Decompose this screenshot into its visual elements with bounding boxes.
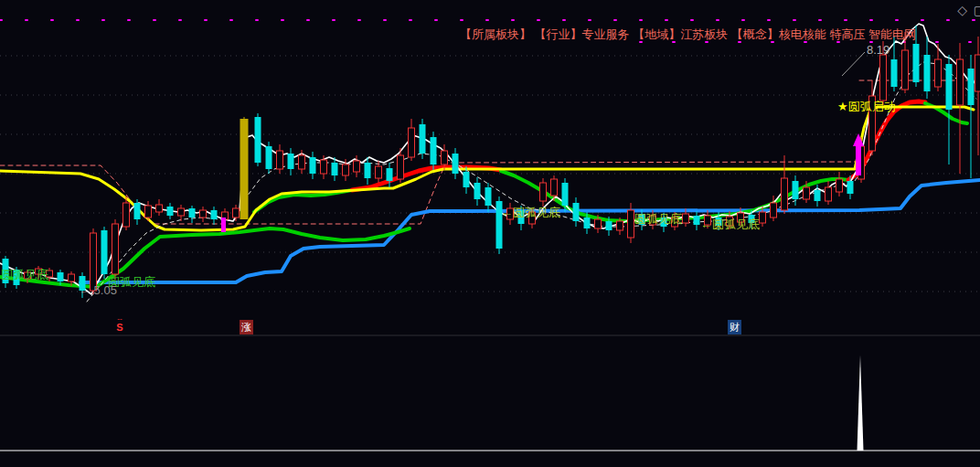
price-line-white [0, 24, 980, 294]
candle-up [551, 179, 558, 196]
candle-up [826, 187, 832, 201]
candle-down [474, 183, 481, 199]
diamond-icon[interactable]: ◇ [957, 3, 967, 17]
candle-up [836, 179, 843, 192]
candle-up [782, 178, 788, 210]
sector-tags[interactable]: 【所属板块】 【行业】专业服务 【地域】江苏板块 【概念】核电核能 特高压 智能… [460, 27, 916, 43]
candle-up [376, 166, 382, 178]
candle-up [123, 203, 130, 227]
candle-down [694, 216, 700, 225]
candle-down [58, 272, 64, 281]
candle-down [134, 203, 141, 219]
candle-down [266, 146, 272, 169]
candle-up [617, 221, 623, 230]
candle-down [288, 154, 294, 169]
candle-down [453, 154, 459, 174]
news-marker-cai[interactable]: 财 [728, 320, 741, 334]
candle-down [946, 64, 953, 110]
candle-up [935, 59, 942, 87]
candle-down [365, 163, 371, 178]
candle-down [924, 55, 931, 91]
candle-up [628, 210, 634, 238]
candle-up [880, 55, 887, 101]
candle-up [354, 161, 360, 172]
candle-up [957, 59, 964, 105]
label-arc-bottom-1: 圆弧见底 [1, 267, 48, 283]
candle-down [387, 168, 393, 181]
candle-down [891, 59, 898, 87]
label-arc-bottom-5: ←圆弧见底 [700, 217, 760, 233]
candle-up [321, 160, 327, 174]
candle-down [485, 187, 492, 206]
candle-up [69, 274, 75, 281]
news-marker-zhang[interactable]: 涨 [240, 320, 253, 334]
candle-down [573, 203, 580, 221]
candle-down [189, 208, 196, 218]
box-icon[interactable]: ▢ [974, 3, 980, 17]
xg-signal-spike [858, 356, 864, 451]
candle-up [409, 128, 415, 157]
candle-down [815, 190, 821, 201]
candle-up [178, 208, 185, 216]
candle-down [332, 163, 338, 175]
signal-s-dashes: -- [117, 314, 122, 323]
candle-up [91, 233, 97, 291]
candle-up [975, 55, 980, 91]
candle-up [902, 50, 909, 90]
candle-up [343, 165, 349, 175]
label-arc-bottom-4: 圆弧见底 [634, 211, 682, 228]
candle-up [540, 183, 547, 201]
label-arc-launch: ★圆弧启动 [837, 99, 896, 115]
magenta-bar-marker [221, 218, 226, 232]
candle-up [277, 151, 283, 169]
candle-up [156, 205, 163, 212]
label-high-price: 8.19 [867, 43, 889, 57]
candle-up [398, 155, 404, 179]
candle-up [233, 208, 240, 218]
candle-up [145, 206, 152, 218]
candle-up [760, 212, 766, 223]
buy-arrow-shaft [856, 144, 861, 175]
candle-down [211, 210, 218, 219]
candle-down [584, 218, 591, 228]
candle-highlight [240, 119, 249, 219]
label-low-price: ← 5.05 [79, 283, 117, 297]
candle-down [913, 44, 920, 82]
candle-up [442, 151, 448, 165]
candle-up [299, 155, 305, 169]
candle-up [771, 203, 777, 218]
candle-up [804, 187, 810, 199]
candle-up [683, 214, 689, 223]
kline-chart-canvas[interactable]: S-- [0, 0, 980, 467]
candle-down [968, 69, 975, 105]
signal-s-marker[interactable]: S [116, 322, 122, 333]
candle-down [420, 124, 426, 154]
label-arc-bottom-3: ←圆弧见底 [501, 205, 560, 221]
candle-down [847, 181, 854, 194]
candle-down [167, 207, 174, 216]
candle-down [101, 230, 108, 274]
candle-down [606, 221, 612, 230]
candle-down [255, 117, 261, 163]
candle-up [112, 224, 119, 274]
candle-down [431, 137, 437, 165]
candle-up [200, 210, 207, 218]
candle-down [310, 157, 316, 174]
candle-down [463, 172, 470, 187]
candle-down [562, 183, 569, 206]
candle-down [793, 181, 799, 199]
candle-up [595, 219, 602, 228]
